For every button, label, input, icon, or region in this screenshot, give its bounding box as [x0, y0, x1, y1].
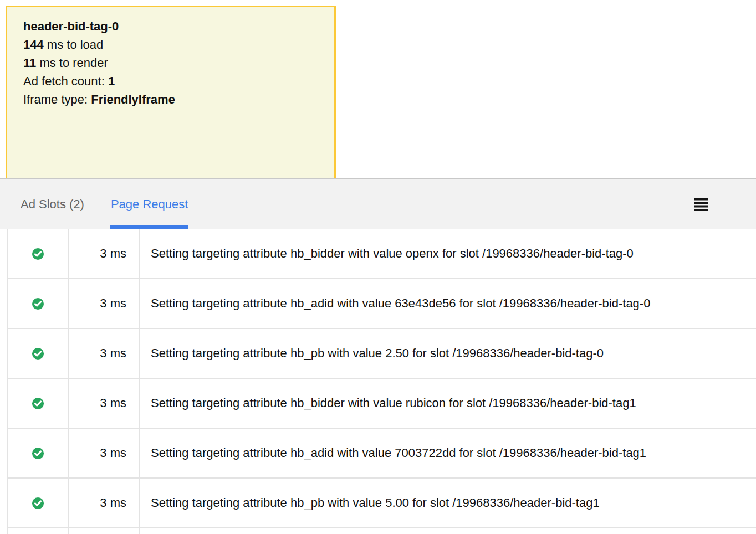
log-row-time: 3 ms	[69, 479, 140, 527]
log-row-status-cell	[8, 479, 69, 527]
check-circle-icon	[32, 397, 44, 410]
render-time-line: 11 ms to render	[23, 54, 318, 72]
log-row-message: Setting targeting attribute hb_adid with…	[140, 429, 756, 477]
check-circle-icon	[32, 497, 44, 510]
page-request-log-table: 3 ms Setting targeting attribute hb_bidd…	[7, 229, 756, 534]
log-row-status-cell	[8, 329, 69, 378]
iframe-type-line: Iframe type: FriendlyIframe	[23, 90, 318, 109]
log-row-status-cell	[8, 229, 69, 278]
log-row-time: 3 ms	[69, 279, 140, 328]
log-row: 3 ms Setting targeting attribute hb_bidd…	[8, 229, 756, 279]
log-row: 3 ms Setting targeting attribute hb_bidd…	[8, 379, 756, 429]
log-row-message	[140, 528, 756, 534]
active-tab-indicator	[110, 225, 188, 229]
tab-ad-slots[interactable]: Ad Slots (2)	[21, 179, 84, 229]
load-time-line: 144 ms to load	[23, 35, 318, 54]
log-row-message: Setting targeting attribute hb_pb with v…	[140, 479, 756, 527]
log-row-time: 3 ms	[69, 429, 140, 477]
log-row-partial	[8, 528, 756, 534]
log-row-time: 3 ms	[69, 329, 140, 378]
log-row-status-cell	[8, 429, 69, 477]
tab-page-request-label: Page Request	[111, 197, 188, 212]
slot-info-tooltip: header-bid-tag-0 144 ms to load 11 ms to…	[6, 6, 336, 178]
log-row-status-cell	[8, 528, 69, 534]
log-row-message: Setting targeting attribute hb_bidder wi…	[140, 379, 756, 428]
log-row-time: 3 ms	[69, 379, 140, 428]
log-row-message: Setting targeting attribute hb_adid with…	[140, 279, 756, 328]
slot-title: header-bid-tag-0	[23, 17, 318, 35]
log-row-time	[69, 528, 140, 534]
check-circle-icon	[32, 447, 44, 460]
log-row: 3 ms Setting targeting attribute hb_pb w…	[8, 329, 756, 379]
log-row-status-cell	[8, 379, 69, 428]
check-circle-icon	[32, 248, 44, 260]
log-row-message: Setting targeting attribute hb_bidder wi…	[140, 229, 756, 278]
log-row: 3 ms Setting targeting attribute hb_adid…	[8, 429, 756, 479]
log-row-status-cell	[8, 279, 69, 328]
ad-fetch-count-line: Ad fetch count: 1	[23, 72, 318, 90]
tab-page-request[interactable]: Page Request	[111, 179, 188, 229]
console-tab-bar: Ad Slots (2) Page Request	[0, 178, 756, 229]
log-row-time: 3 ms	[69, 229, 140, 278]
check-circle-icon	[32, 347, 44, 360]
menu-icon	[694, 198, 708, 211]
log-row: 3 ms Setting targeting attribute hb_pb w…	[8, 479, 756, 528]
tab-ad-slots-label: Ad Slots (2)	[21, 197, 84, 212]
log-row-message: Setting targeting attribute hb_pb with v…	[140, 329, 756, 378]
check-circle-icon	[32, 297, 44, 310]
console-menu-button[interactable]	[694, 198, 708, 211]
log-row: 3 ms Setting targeting attribute hb_adid…	[8, 279, 756, 329]
